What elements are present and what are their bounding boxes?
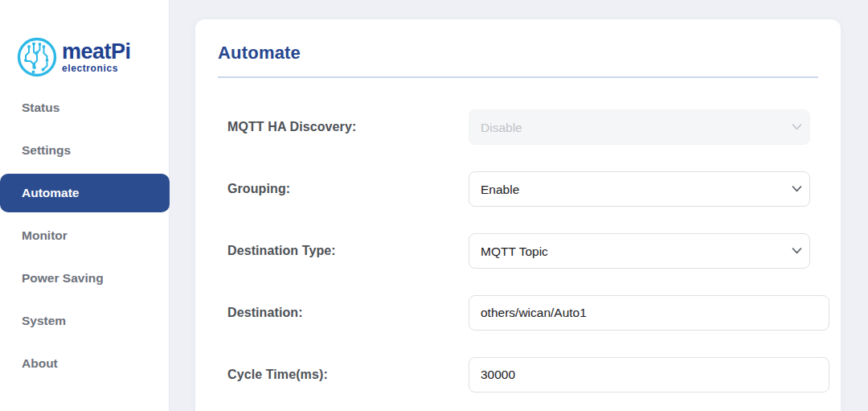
sidebar-item-label: Settings bbox=[22, 143, 71, 158]
field-control: MQTT Topic bbox=[469, 233, 810, 269]
sidebar-item-label: Status bbox=[22, 101, 59, 115]
page-title: Automate bbox=[218, 41, 818, 64]
field-label: Grouping: bbox=[227, 182, 290, 196]
brain-circuit-icon bbox=[16, 36, 58, 78]
automate-card: Automate MQTT HA Discovery: Disable Grou… bbox=[195, 19, 841, 411]
destination-type-select[interactable]: MQTT Topic bbox=[469, 233, 810, 269]
form-row: Cycle Time(ms): bbox=[218, 357, 818, 393]
sidebar: meatPi electronics Status Settings Autom… bbox=[0, 0, 170, 411]
title-divider bbox=[218, 76, 818, 78]
sidebar-item-label: System bbox=[22, 314, 66, 328]
field-control bbox=[469, 295, 829, 331]
destination-input[interactable] bbox=[469, 295, 829, 331]
sidebar-nav: Status Settings Automate Monitor Power S… bbox=[0, 88, 170, 387]
sidebar-item-about[interactable]: About bbox=[0, 344, 170, 383]
sidebar-item-power-saving[interactable]: Power Saving bbox=[0, 259, 170, 298]
brand-logo: meatPi electronics bbox=[16, 36, 131, 78]
field-control: Disable bbox=[469, 109, 810, 145]
form-row: Destination: bbox=[218, 295, 818, 331]
field-control: Enable bbox=[469, 171, 810, 207]
field-label: Destination: bbox=[227, 306, 303, 320]
sidebar-item-label: Monitor bbox=[22, 228, 68, 243]
mqtt-ha-discovery-select: Disable bbox=[469, 109, 810, 145]
grouping-select[interactable]: Enable bbox=[469, 171, 810, 207]
form-row: MQTT HA Discovery: Disable bbox=[218, 109, 818, 145]
sidebar-item-automate[interactable]: Automate bbox=[0, 174, 170, 212]
field-control bbox=[469, 357, 829, 393]
sidebar-item-status[interactable]: Status bbox=[0, 88, 170, 127]
sidebar-item-label: About bbox=[22, 356, 58, 371]
cycle-time-ms-input[interactable] bbox=[469, 357, 829, 393]
form-row: Grouping: Enable bbox=[218, 171, 818, 207]
sidebar-item-monitor[interactable]: Monitor bbox=[0, 216, 170, 255]
sidebar-item-system[interactable]: System bbox=[0, 302, 170, 340]
sidebar-item-settings[interactable]: Settings bbox=[0, 131, 170, 170]
field-label: Destination Type: bbox=[227, 244, 336, 258]
brand-name: meatPi bbox=[62, 41, 131, 63]
automate-form: MQTT HA Discovery: Disable Grouping: Ena… bbox=[195, 109, 841, 393]
sidebar-item-label: Power Saving bbox=[22, 271, 104, 286]
field-label: Cycle Time(ms): bbox=[227, 368, 328, 382]
form-row: Destination Type: MQTT Topic bbox=[218, 233, 818, 269]
field-label: MQTT HA Discovery: bbox=[227, 120, 356, 134]
sidebar-item-label: Automate bbox=[22, 186, 79, 200]
brand-tagline: electronics bbox=[62, 64, 131, 73]
